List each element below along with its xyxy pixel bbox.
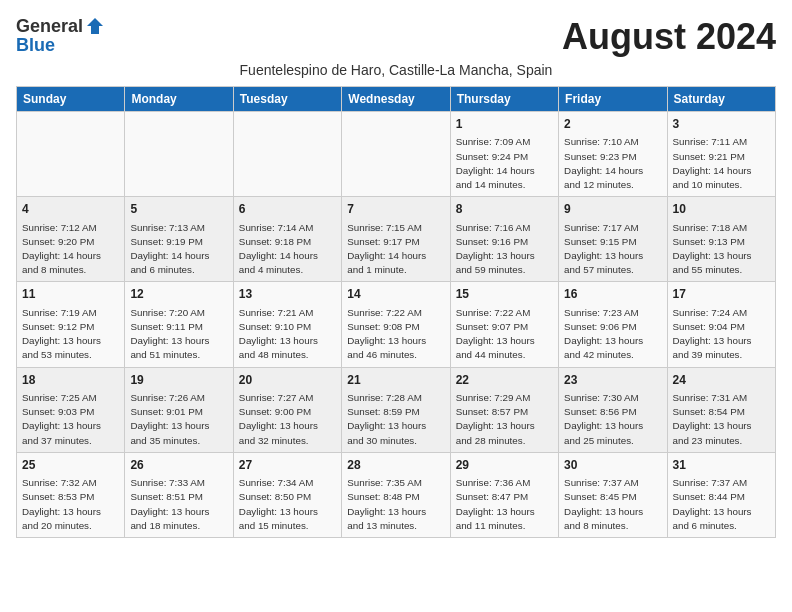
day-number: 13 xyxy=(239,286,336,303)
calendar-cell: 28Sunrise: 7:35 AM Sunset: 8:48 PM Dayli… xyxy=(342,452,450,537)
day-info: Sunrise: 7:24 AM Sunset: 9:04 PM Dayligh… xyxy=(673,306,770,363)
day-number: 4 xyxy=(22,201,119,218)
logo: General Blue xyxy=(16,16,105,54)
day-number: 15 xyxy=(456,286,553,303)
day-number: 7 xyxy=(347,201,444,218)
calendar-cell: 22Sunrise: 7:29 AM Sunset: 8:57 PM Dayli… xyxy=(450,367,558,452)
day-info: Sunrise: 7:14 AM Sunset: 9:18 PM Dayligh… xyxy=(239,221,336,278)
day-number: 14 xyxy=(347,286,444,303)
day-number: 11 xyxy=(22,286,119,303)
day-number: 9 xyxy=(564,201,661,218)
calendar-week-row: 11Sunrise: 7:19 AM Sunset: 9:12 PM Dayli… xyxy=(17,282,776,367)
column-header-saturday: Saturday xyxy=(667,87,775,112)
calendar-cell xyxy=(342,112,450,197)
calendar-cell: 21Sunrise: 7:28 AM Sunset: 8:59 PM Dayli… xyxy=(342,367,450,452)
day-number: 31 xyxy=(673,457,770,474)
day-number: 10 xyxy=(673,201,770,218)
calendar-cell xyxy=(125,112,233,197)
day-info: Sunrise: 7:13 AM Sunset: 9:19 PM Dayligh… xyxy=(130,221,227,278)
day-number: 21 xyxy=(347,372,444,389)
calendar-cell: 18Sunrise: 7:25 AM Sunset: 9:03 PM Dayli… xyxy=(17,367,125,452)
day-number: 8 xyxy=(456,201,553,218)
logo-icon xyxy=(85,16,105,36)
day-number: 19 xyxy=(130,372,227,389)
day-number: 16 xyxy=(564,286,661,303)
column-header-thursday: Thursday xyxy=(450,87,558,112)
calendar-cell: 12Sunrise: 7:20 AM Sunset: 9:11 PM Dayli… xyxy=(125,282,233,367)
calendar-cell: 19Sunrise: 7:26 AM Sunset: 9:01 PM Dayli… xyxy=(125,367,233,452)
calendar-cell: 31Sunrise: 7:37 AM Sunset: 8:44 PM Dayli… xyxy=(667,452,775,537)
calendar-cell: 4Sunrise: 7:12 AM Sunset: 9:20 PM Daylig… xyxy=(17,197,125,282)
day-number: 25 xyxy=(22,457,119,474)
day-number: 26 xyxy=(130,457,227,474)
day-number: 30 xyxy=(564,457,661,474)
day-info: Sunrise: 7:35 AM Sunset: 8:48 PM Dayligh… xyxy=(347,476,444,533)
column-header-tuesday: Tuesday xyxy=(233,87,341,112)
day-info: Sunrise: 7:22 AM Sunset: 9:08 PM Dayligh… xyxy=(347,306,444,363)
day-info: Sunrise: 7:25 AM Sunset: 9:03 PM Dayligh… xyxy=(22,391,119,448)
calendar-cell: 17Sunrise: 7:24 AM Sunset: 9:04 PM Dayli… xyxy=(667,282,775,367)
calendar-cell: 11Sunrise: 7:19 AM Sunset: 9:12 PM Dayli… xyxy=(17,282,125,367)
day-info: Sunrise: 7:19 AM Sunset: 9:12 PM Dayligh… xyxy=(22,306,119,363)
day-number: 2 xyxy=(564,116,661,133)
day-info: Sunrise: 7:15 AM Sunset: 9:17 PM Dayligh… xyxy=(347,221,444,278)
calendar-cell: 9Sunrise: 7:17 AM Sunset: 9:15 PM Daylig… xyxy=(559,197,667,282)
day-number: 12 xyxy=(130,286,227,303)
day-info: Sunrise: 7:16 AM Sunset: 9:16 PM Dayligh… xyxy=(456,221,553,278)
svg-marker-0 xyxy=(87,18,103,34)
calendar-cell: 16Sunrise: 7:23 AM Sunset: 9:06 PM Dayli… xyxy=(559,282,667,367)
calendar-cell xyxy=(17,112,125,197)
day-info: Sunrise: 7:11 AM Sunset: 9:21 PM Dayligh… xyxy=(673,135,770,192)
day-number: 24 xyxy=(673,372,770,389)
calendar-cell: 27Sunrise: 7:34 AM Sunset: 8:50 PM Dayli… xyxy=(233,452,341,537)
month-title: August 2024 xyxy=(562,16,776,58)
day-number: 5 xyxy=(130,201,227,218)
day-info: Sunrise: 7:09 AM Sunset: 9:24 PM Dayligh… xyxy=(456,135,553,192)
day-info: Sunrise: 7:33 AM Sunset: 8:51 PM Dayligh… xyxy=(130,476,227,533)
day-info: Sunrise: 7:27 AM Sunset: 9:00 PM Dayligh… xyxy=(239,391,336,448)
day-number: 23 xyxy=(564,372,661,389)
day-info: Sunrise: 7:36 AM Sunset: 8:47 PM Dayligh… xyxy=(456,476,553,533)
calendar-cell xyxy=(233,112,341,197)
day-info: Sunrise: 7:37 AM Sunset: 8:45 PM Dayligh… xyxy=(564,476,661,533)
day-info: Sunrise: 7:17 AM Sunset: 9:15 PM Dayligh… xyxy=(564,221,661,278)
day-info: Sunrise: 7:31 AM Sunset: 8:54 PM Dayligh… xyxy=(673,391,770,448)
day-number: 1 xyxy=(456,116,553,133)
calendar-header-row: SundayMondayTuesdayWednesdayThursdayFrid… xyxy=(17,87,776,112)
day-number: 20 xyxy=(239,372,336,389)
day-number: 29 xyxy=(456,457,553,474)
calendar-cell: 29Sunrise: 7:36 AM Sunset: 8:47 PM Dayli… xyxy=(450,452,558,537)
day-info: Sunrise: 7:22 AM Sunset: 9:07 PM Dayligh… xyxy=(456,306,553,363)
calendar-cell: 24Sunrise: 7:31 AM Sunset: 8:54 PM Dayli… xyxy=(667,367,775,452)
logo-general-text: General xyxy=(16,17,83,35)
calendar-week-row: 4Sunrise: 7:12 AM Sunset: 9:20 PM Daylig… xyxy=(17,197,776,282)
day-number: 6 xyxy=(239,201,336,218)
day-number: 22 xyxy=(456,372,553,389)
calendar-cell: 15Sunrise: 7:22 AM Sunset: 9:07 PM Dayli… xyxy=(450,282,558,367)
calendar-cell: 26Sunrise: 7:33 AM Sunset: 8:51 PM Dayli… xyxy=(125,452,233,537)
day-info: Sunrise: 7:30 AM Sunset: 8:56 PM Dayligh… xyxy=(564,391,661,448)
day-number: 17 xyxy=(673,286,770,303)
day-info: Sunrise: 7:26 AM Sunset: 9:01 PM Dayligh… xyxy=(130,391,227,448)
page-header: General Blue August 2024 xyxy=(16,16,776,58)
calendar-cell: 1Sunrise: 7:09 AM Sunset: 9:24 PM Daylig… xyxy=(450,112,558,197)
day-info: Sunrise: 7:18 AM Sunset: 9:13 PM Dayligh… xyxy=(673,221,770,278)
column-header-wednesday: Wednesday xyxy=(342,87,450,112)
calendar-week-row: 18Sunrise: 7:25 AM Sunset: 9:03 PM Dayli… xyxy=(17,367,776,452)
day-info: Sunrise: 7:34 AM Sunset: 8:50 PM Dayligh… xyxy=(239,476,336,533)
column-header-monday: Monday xyxy=(125,87,233,112)
day-number: 27 xyxy=(239,457,336,474)
day-number: 3 xyxy=(673,116,770,133)
day-info: Sunrise: 7:10 AM Sunset: 9:23 PM Dayligh… xyxy=(564,135,661,192)
calendar-cell: 10Sunrise: 7:18 AM Sunset: 9:13 PM Dayli… xyxy=(667,197,775,282)
day-number: 28 xyxy=(347,457,444,474)
calendar-cell: 20Sunrise: 7:27 AM Sunset: 9:00 PM Dayli… xyxy=(233,367,341,452)
calendar-cell: 30Sunrise: 7:37 AM Sunset: 8:45 PM Dayli… xyxy=(559,452,667,537)
day-info: Sunrise: 7:37 AM Sunset: 8:44 PM Dayligh… xyxy=(673,476,770,533)
column-header-sunday: Sunday xyxy=(17,87,125,112)
day-info: Sunrise: 7:28 AM Sunset: 8:59 PM Dayligh… xyxy=(347,391,444,448)
calendar-week-row: 25Sunrise: 7:32 AM Sunset: 8:53 PM Dayli… xyxy=(17,452,776,537)
location-subtitle: Fuentelespino de Haro, Castille-La Manch… xyxy=(16,62,776,78)
day-info: Sunrise: 7:23 AM Sunset: 9:06 PM Dayligh… xyxy=(564,306,661,363)
day-info: Sunrise: 7:32 AM Sunset: 8:53 PM Dayligh… xyxy=(22,476,119,533)
